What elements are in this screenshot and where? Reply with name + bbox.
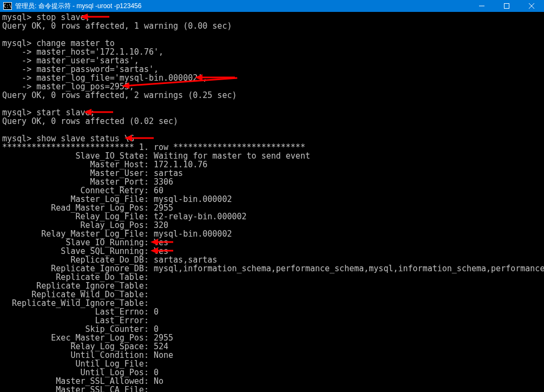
terminal-line: Master_SSL_CA_File: [2, 386, 542, 392]
terminal-line: Read_Master_Log_Pos: 2955 [2, 204, 542, 212]
terminal-line: Replicate_Do_Table: [2, 273, 542, 282]
window-titlebar: C:\ 管理员: 命令提示符 - mysql -uroot -p123456 [0, 0, 544, 12]
window-title: 管理员: 命令提示符 - mysql -uroot -p123456 [15, 2, 469, 11]
close-button[interactable] [519, 0, 544, 12]
cmd-icon: C:\ [3, 2, 12, 10]
terminal-line: Query OK, 0 rows affected, 1 warning (0.… [2, 22, 542, 30]
terminal-line: -> master_password='sartas', [2, 65, 542, 74]
terminal-line: Master_SSL_Allowed: No [2, 377, 542, 386]
terminal-line: Master_Log_File: mysql-bin.000002 [2, 195, 542, 204]
terminal-line: Last_Error: [2, 316, 542, 325]
terminal-line: Relay_Log_File: t2-relay-bin.000002 [2, 212, 542, 221]
terminal-line: Slave_IO_Running: Yes [2, 238, 542, 247]
window-controls [469, 0, 544, 12]
terminal-line: Relay_Log_Space: 524 [2, 342, 542, 351]
terminal-line: Until_Log_Pos: 0 [2, 368, 542, 377]
svg-rect-1 [504, 4, 509, 9]
terminal-line: *************************** 1. row *****… [2, 143, 542, 152]
terminal-line: Master_User: sartas [2, 169, 542, 178]
terminal-output[interactable]: mysql> stop slave;Query OK, 0 rows affec… [0, 12, 544, 392]
terminal-line: mysql> stop slave; [2, 13, 542, 22]
terminal-line: Replicate_Ignore_DB: mysql,information_s… [2, 264, 542, 273]
terminal-line: -> master_log_file='mysql-bin.000002', [2, 74, 542, 82]
terminal-line: Replicate_Do_DB: sartas,sartas [2, 256, 542, 264]
terminal-line: Replicate_Wild_Do_Table: [2, 290, 542, 299]
terminal-line: -> master_log_pos=2955; [2, 82, 542, 91]
terminal-line: Relay_Master_Log_File: mysql-bin.000002 [2, 230, 542, 238]
terminal-line [2, 126, 542, 134]
terminal-line: Exec_Master_Log_Pos: 2955 [2, 334, 542, 342]
terminal-line: Slave_IO_State: Waiting for master to se… [2, 152, 542, 160]
terminal-line [2, 30, 542, 39]
terminal-line: Until_Condition: None [2, 351, 542, 360]
terminal-line: mysql> change master to [2, 39, 542, 48]
terminal-line: Relay_Log_Pos: 320 [2, 221, 542, 230]
terminal-line: mysql> start slave; [2, 108, 542, 117]
terminal-line: mysql> show slave status \G [2, 134, 542, 143]
terminal-line: Master_Host: 172.1.10.76 [2, 160, 542, 169]
terminal-line: Query OK, 0 rows affected (0.02 sec) [2, 117, 542, 126]
maximize-button[interactable] [494, 0, 519, 12]
terminal-line [2, 100, 542, 108]
terminal-line: Query OK, 0 rows affected, 2 warnings (0… [2, 91, 542, 100]
terminal-line: -> master_host='172.1.10.76', [2, 48, 542, 56]
terminal-line: Connect_Retry: 60 [2, 186, 542, 195]
terminal-line: Master_Port: 3306 [2, 178, 542, 186]
terminal-line: -> master_user='sartas', [2, 56, 542, 65]
terminal-line: Replicate_Ignore_Table: [2, 282, 542, 290]
terminal-line: Until_Log_File: [2, 360, 542, 368]
terminal-line: Skip_Counter: 0 [2, 325, 542, 334]
terminal-line: Slave_SQL_Running: Yes [2, 247, 542, 256]
terminal-line: Replicate_Wild_Ignore_Table: [2, 299, 542, 308]
terminal-line: Last_Errno: 0 [2, 308, 542, 316]
minimize-button[interactable] [469, 0, 494, 12]
